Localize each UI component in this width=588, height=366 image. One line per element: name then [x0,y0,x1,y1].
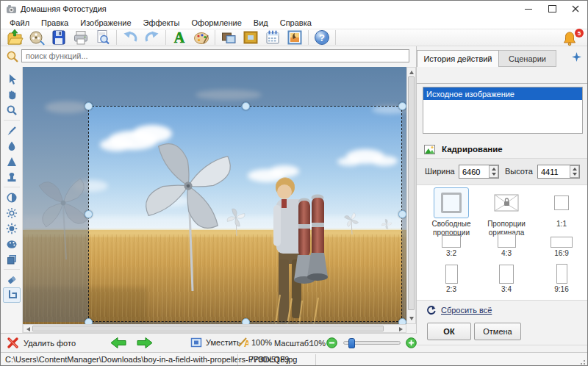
app-logo-icon [6,4,17,14]
crop-dim-left [23,106,88,322]
preset-3-4[interactable]: 3:4 [481,262,532,294]
menu-help[interactable]: Справка [274,18,318,28]
delete-photo-button[interactable]: Удалить фото [7,337,76,349]
open-file-icon[interactable] [4,29,26,46]
tab-action-history[interactable]: История действий [417,50,499,67]
scroll-left-arrow[interactable] [26,327,30,331]
crop-tool-icon[interactable] [3,287,21,303]
crop-panel-header: Кадрирование [417,140,588,158]
previous-photo-icon[interactable] [110,337,127,349]
menu-bar: Файл Правка Изображение Эффекты Оформлен… [1,17,587,29]
collage-icon[interactable] [218,29,240,46]
preset-16-9[interactable]: 16:9 [536,229,587,258]
palette-icon[interactable] [190,29,212,46]
preset-4-3[interactable]: 4:3 [481,229,532,258]
vertical-scroll-thumb[interactable] [408,76,415,310]
blur-tool-icon[interactable] [3,138,21,154]
resize-grip[interactable] [578,358,586,365]
right-panel: История и сценарии История действий Сцен… [416,46,588,352]
svg-text:A: A [174,29,185,46]
help-icon[interactable]: ? [311,29,333,46]
layers-tool-icon[interactable] [3,251,21,267]
notifications-bell[interactable]: 5 [562,30,581,46]
zoom-100-button[interactable]: A 100% [237,337,272,348]
history-list-item[interactable]: Исходное изображение [423,87,582,100]
crop-handle-bottom-left[interactable] [85,318,93,324]
reset-icon [426,305,436,315]
zoom-out-button[interactable] [326,337,337,348]
pin-icon[interactable] [572,52,581,62]
sharpen-tool-icon[interactable] [3,154,21,169]
saturation-tool-icon[interactable] [3,220,21,236]
crop-handle-bottom-right[interactable] [398,318,406,324]
menu-decor[interactable]: Оформление [186,18,248,28]
menu-file[interactable]: Файл [4,18,35,28]
redo-icon[interactable] [141,29,163,46]
scroll-up-arrow[interactable] [409,71,414,74]
crop-handle-bottom-middle[interactable] [242,318,250,324]
search-input[interactable] [21,49,409,62]
calendar-icon[interactable] [262,29,284,46]
eraser-tool-icon[interactable] [3,272,21,287]
add-text-icon[interactable]: A [168,29,190,46]
preset-9-16[interactable]: 9:16 [536,262,587,294]
scroll-down-arrow[interactable] [409,317,414,320]
crop-handle-top-left[interactable] [85,102,93,110]
menu-edit[interactable]: Правка [35,18,74,28]
preset-2-3[interactable]: 2:3 [426,262,477,294]
preset-1-1[interactable]: 1:1 [536,187,587,229]
photo-canvas [23,67,406,324]
height-spinner[interactable] [570,165,579,178]
crop-handle-top-middle[interactable] [242,102,250,110]
scroll-right-arrow[interactable] [399,327,403,331]
maximize-button[interactable] [540,1,564,17]
history-list[interactable]: Исходное изображение [423,87,583,134]
ok-button[interactable]: ОК [427,323,471,340]
brightness-tool-icon[interactable] [3,205,21,220]
aspect-presets: Свободные пропорции Пропорции оригинала … [417,185,588,301]
stamp-tool-icon[interactable] [3,169,21,184]
crop-handle-middle-left[interactable] [85,210,93,218]
height-label: Высота [505,167,533,176]
window-title: Домашняя Фотостудия [21,4,107,13]
width-spinner[interactable] [489,165,498,178]
close-button[interactable] [564,1,587,17]
color-palette-tool-icon[interactable] [3,236,21,251]
crop-handle-middle-right[interactable] [398,210,406,218]
cancel-button[interactable]: Отмена [474,323,521,340]
brush-tool-icon[interactable] [3,123,21,138]
minimize-button[interactable] [517,1,540,17]
hand-tool-icon[interactable] [3,87,21,102]
fit-button[interactable]: Уместить [190,337,241,348]
scale-slider-handle[interactable] [348,338,355,348]
undo-icon[interactable] [119,29,141,46]
reset-all[interactable]: Сбросить всё [426,305,492,315]
horizontal-scrollbar[interactable] [23,324,406,333]
status-divider [237,354,238,365]
crop-handle-top-right[interactable] [398,102,406,110]
preset-3-2[interactable]: 3:2 [426,229,477,258]
select-tool-icon[interactable] [3,71,21,87]
tab-scenarios[interactable]: Сценарии [499,50,556,67]
vertical-scrollbar[interactable] [406,67,416,324]
crop-selection[interactable] [88,106,402,322]
slideshow-icon[interactable] [26,29,48,46]
main-toolbar: A ? 5 [1,29,587,46]
horizontal-scroll-thumb[interactable] [32,326,384,331]
menu-image[interactable]: Изображение [74,18,137,28]
next-photo-icon[interactable] [136,337,154,349]
preview-icon[interactable] [92,29,114,46]
menu-effects[interactable]: Эффекты [137,18,186,28]
scale-slider[interactable] [343,341,401,345]
photo-frame-icon[interactable] [284,29,306,46]
status-bar: C:\Users\ContentManager\Downloads\boy-in… [1,352,587,366]
zoom-in-button[interactable] [406,337,417,348]
menu-view[interactable]: Вид [248,18,274,28]
contrast-tool-icon[interactable] [3,190,21,205]
print-icon[interactable] [70,29,92,46]
save-icon[interactable] [48,29,70,46]
tools-sidebar [1,67,23,333]
frame-icon[interactable] [240,29,262,46]
search-icon [6,50,19,63]
zoom-tool-icon[interactable] [3,102,21,118]
